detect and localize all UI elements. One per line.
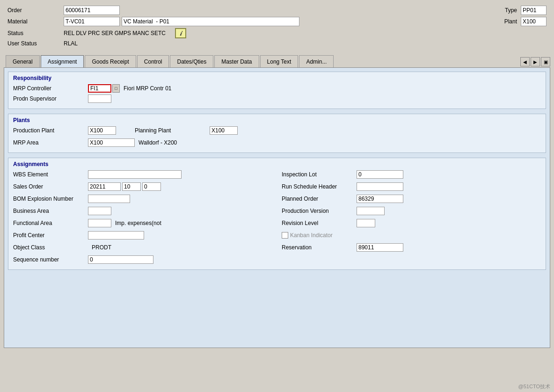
mrp-area-row: MRP Area Walldorf - X200 — [13, 138, 541, 147]
business-area-input[interactable] — [88, 207, 111, 215]
tab-dates-qties[interactable]: Dates/Qties — [170, 55, 213, 67]
status-label: Status — [7, 30, 64, 36]
planning-plant-input[interactable] — [210, 126, 238, 135]
material-desc-input[interactable] — [122, 17, 299, 26]
info-icon[interactable]: 𝑖 — [175, 28, 186, 38]
kanban-indicator-label: Kanban Indicator — [290, 232, 333, 239]
tab-goods-receipt[interactable]: Goods Receipt — [85, 55, 136, 67]
tab-assignment[interactable]: Assignment — [41, 55, 84, 67]
user-status-row: User Status RLAL — [7, 40, 547, 47]
planned-order-label: Planned Order — [282, 196, 357, 202]
sales-order-label: Sales Order — [13, 183, 88, 190]
business-area-label: Business Area — [13, 208, 88, 214]
mrp-area-input[interactable] — [88, 138, 135, 147]
tab-expand-button[interactable]: ▣ — [541, 57, 550, 66]
planned-order-input[interactable] — [357, 195, 403, 203]
header-section: Order Type Material Plant Status REL DLV… — [4, 4, 550, 52]
production-version-row: Production Version — [282, 207, 541, 215]
planning-plant-row: Planning Plant — [135, 126, 238, 135]
object-class-label: Object Class — [13, 244, 88, 251]
assign-row2: Sales Order Run Schedule Header — [13, 182, 541, 193]
tab-general[interactable]: General — [6, 55, 40, 67]
assign-row5: Functional Area Imp. expenses(not Revisi… — [13, 219, 541, 229]
tab-prev-button[interactable]: ◀ — [520, 57, 530, 66]
prodn-supervisor-input[interactable] — [88, 94, 111, 103]
production-plant-label: Production Plant — [13, 127, 88, 134]
tab-long-text[interactable]: Long Text — [260, 55, 299, 67]
header-right-plant: Plant — [504, 17, 547, 26]
functional-area-input[interactable] — [88, 219, 111, 227]
plants-title: Plants — [13, 117, 541, 123]
wbs-element-input[interactable] — [88, 170, 182, 179]
material-input[interactable] — [64, 17, 120, 26]
functional-area-row: Functional Area Imp. expenses(not — [13, 219, 272, 227]
mrp-controller-input[interactable] — [88, 84, 111, 93]
tab-master-data[interactable]: Master Data — [214, 55, 259, 67]
bom-explosion-row: BOM Explosion Number — [13, 195, 272, 203]
order-input[interactable] — [64, 6, 120, 15]
assign-row7: Object Class PRODT Reservation — [13, 243, 541, 254]
run-schedule-header-input[interactable] — [357, 182, 403, 191]
type-input[interactable] — [521, 6, 547, 15]
reservation-row: Reservation — [282, 243, 541, 252]
order-label: Order — [7, 7, 64, 14]
plants-section: Plants Production Plant Planning Plant M… — [8, 114, 546, 153]
mrp-controller-desc: Fiori MRP Contr 01 — [124, 85, 171, 92]
planning-plant-label: Planning Plant — [135, 127, 210, 134]
object-class-row: Object Class PRODT — [13, 243, 272, 252]
wbs-element-label: WBS Element — [13, 171, 88, 178]
sequence-number-row: Sequence number — [13, 255, 541, 264]
kanban-indicator-row: Kanban Indicator — [282, 231, 541, 240]
planned-order-row: Planned Order — [282, 195, 541, 203]
production-plant-row: Production Plant — [13, 126, 116, 135]
revision-level-row: Revision Level — [282, 219, 541, 227]
prodn-supervisor-label: Prodn Supervisor — [13, 95, 88, 102]
type-label: Type — [505, 7, 517, 14]
reservation-input[interactable] — [357, 243, 403, 252]
kanban-checkbox[interactable] — [282, 232, 288, 239]
production-version-input[interactable] — [357, 207, 385, 215]
sales-order-input1[interactable] — [88, 182, 121, 191]
mrp-controller-btn[interactable]: □ — [112, 84, 120, 93]
content-area: Responsibility MRP Controller □ Fiori MR… — [4, 67, 550, 348]
order-row: Order Type — [7, 6, 547, 15]
revision-level-input[interactable] — [357, 219, 375, 227]
material-label: Material — [7, 18, 64, 25]
bom-explosion-input[interactable] — [88, 195, 130, 203]
plant-input[interactable] — [521, 17, 547, 26]
inspection-lot-row: Inspection Lot — [282, 170, 541, 179]
tab-control[interactable]: Control — [137, 55, 169, 67]
responsibility-section: Responsibility MRP Controller □ Fiori MR… — [8, 72, 546, 109]
responsibility-title: Responsibility — [13, 75, 541, 81]
sales-order-input2[interactable] — [122, 182, 141, 191]
user-status-value: RLAL — [64, 40, 78, 47]
tab-admin[interactable]: Admin... — [299, 55, 334, 67]
assignments-section: Assignments WBS Element Inspection Lot S… — [8, 158, 546, 270]
production-plant-input[interactable] — [88, 126, 116, 135]
business-area-row: Business Area — [13, 207, 272, 215]
profit-center-label: Profit Center — [13, 232, 88, 239]
object-class-value: PRODT — [92, 244, 111, 251]
assign-row3: BOM Explosion Number Planned Order — [13, 195, 541, 205]
status-value: REL DLV PRC SER GMPS MANC SETC — [64, 30, 166, 36]
bom-explosion-label: BOM Explosion Number — [13, 196, 88, 202]
inspection-lot-label: Inspection Lot — [282, 171, 357, 178]
header-right-type: Type — [505, 6, 547, 15]
status-row: Status REL DLV PRC SER GMPS MANC SETC 𝑖 — [7, 28, 547, 38]
plant-label: Plant — [504, 18, 517, 25]
assignments-title: Assignments — [13, 161, 541, 167]
sequence-number-label: Sequence number — [13, 256, 88, 263]
profit-center-input[interactable] — [88, 231, 144, 240]
tab-nav-area: ◀ ▶ ▣ — [520, 57, 550, 66]
sequence-number-input[interactable] — [88, 255, 153, 264]
profit-center-row: Profit Center — [13, 231, 272, 240]
run-schedule-header-label: Run Schedule Header — [282, 183, 357, 190]
plants-row1: Production Plant Planning Plant — [13, 126, 541, 137]
main-container: Order Type Material Plant Status REL DLV… — [0, 0, 554, 392]
tab-next-button[interactable]: ▶ — [531, 57, 540, 66]
assign-row6: Profit Center Kanban Indicator — [13, 231, 541, 241]
inspection-lot-input[interactable] — [357, 170, 403, 179]
run-schedule-header-row: Run Schedule Header — [282, 182, 541, 191]
sales-order-row: Sales Order — [13, 182, 272, 191]
sales-order-input3[interactable] — [142, 182, 161, 191]
